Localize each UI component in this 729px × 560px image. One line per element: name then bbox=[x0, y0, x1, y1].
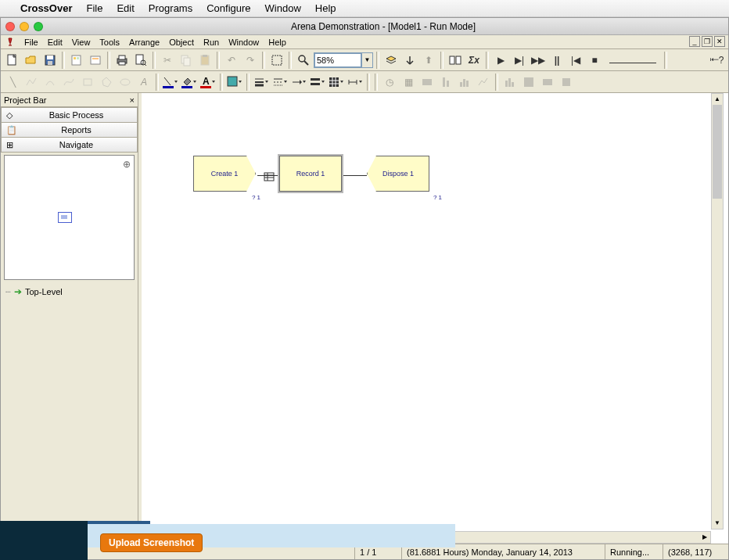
project-bar: Project Bar × ◇ Basic Process 📋 Reports … bbox=[1, 93, 138, 544]
add-view-icon[interactable]: ⊕ bbox=[123, 159, 131, 170]
mdi-restore[interactable]: ❐ bbox=[702, 36, 713, 47]
mdi-close[interactable]: ✕ bbox=[714, 36, 725, 47]
menu-edit[interactable]: Edit bbox=[48, 38, 63, 47]
line-style-icon[interactable] bbox=[271, 74, 289, 91]
menu-object[interactable]: Object bbox=[169, 38, 194, 47]
status-coords: (3268, 117) bbox=[663, 544, 728, 559]
scroll-down-icon[interactable]: ▼ bbox=[712, 518, 723, 529]
svg-rect-3 bbox=[48, 61, 52, 65]
separator bbox=[440, 52, 444, 69]
run-start-over-icon[interactable]: |◀ bbox=[567, 52, 584, 69]
tab-reports[interactable]: 📋 Reports bbox=[1, 122, 138, 138]
run-pause-icon[interactable]: || bbox=[548, 52, 566, 69]
template-icon[interactable] bbox=[68, 52, 85, 69]
menu-run[interactable]: Run bbox=[203, 38, 219, 47]
expression-icon[interactable]: Σx bbox=[465, 52, 483, 69]
module-dispose[interactable]: Dispose 1 ? 1 bbox=[367, 156, 429, 192]
separator bbox=[153, 52, 156, 69]
tab-label: Basic Process bbox=[20, 110, 132, 120]
submodel-icon[interactable] bbox=[401, 52, 418, 69]
svg-rect-37 bbox=[311, 78, 320, 81]
menu-view[interactable]: View bbox=[72, 38, 91, 47]
ellipse-icon bbox=[117, 74, 134, 91]
svg-text:A: A bbox=[203, 76, 210, 87]
mac-menu-programs[interactable]: Programs bbox=[149, 2, 192, 14]
fill-pattern-icon[interactable] bbox=[328, 74, 345, 91]
record-shape: Record 1 bbox=[279, 156, 342, 192]
svg-rect-10 bbox=[119, 62, 125, 65]
new-icon[interactable] bbox=[4, 52, 21, 69]
up-level-icon: ⬆ bbox=[420, 52, 437, 69]
dropdown-icon[interactable]: ▼ bbox=[361, 53, 372, 67]
line-color-icon[interactable] bbox=[162, 74, 179, 91]
minimap-viewport[interactable] bbox=[58, 212, 72, 223]
svg-line-20 bbox=[304, 61, 308, 65]
zoom-combo[interactable]: ▼ bbox=[314, 52, 373, 68]
context-help-icon[interactable]: ⭰? bbox=[708, 52, 725, 69]
mac-menu-edit[interactable]: Edit bbox=[117, 2, 134, 14]
menu-tools[interactable]: Tools bbox=[99, 38, 120, 47]
model-canvas[interactable]: Create 1 ? 1 Record 1 bbox=[138, 93, 728, 544]
minimize-button[interactable] bbox=[20, 22, 29, 31]
navigate-preview[interactable]: ⊕ bbox=[4, 155, 135, 280]
magnify-icon[interactable] bbox=[295, 52, 312, 69]
close-icon[interactable]: × bbox=[130, 95, 135, 105]
connector-2 bbox=[343, 175, 367, 176]
report-icon: 📋 bbox=[6, 125, 17, 135]
tab-basic-process[interactable]: ◇ Basic Process bbox=[1, 107, 138, 123]
run-go-icon[interactable]: ▶ bbox=[492, 52, 509, 69]
svg-rect-47 bbox=[508, 78, 511, 87]
mac-app-name[interactable]: CrossOver bbox=[20, 2, 72, 14]
vertical-scrollbar[interactable]: ▲ ▼ bbox=[711, 93, 724, 529]
arrow-style-icon[interactable] bbox=[290, 74, 307, 91]
close-button[interactable] bbox=[5, 22, 15, 31]
run-fastfwd-icon[interactable]: ▶▶ bbox=[530, 52, 547, 69]
show-dim-icon[interactable] bbox=[347, 74, 364, 91]
scroll-up-icon[interactable]: ▲ bbox=[712, 94, 723, 105]
mdi-minimize[interactable]: _ bbox=[689, 36, 700, 47]
separator bbox=[367, 74, 370, 91]
fill-color-icon[interactable] bbox=[181, 74, 198, 91]
mac-menu-help[interactable]: Help bbox=[315, 2, 336, 14]
layers-icon[interactable] bbox=[382, 52, 400, 69]
svg-rect-17 bbox=[203, 55, 207, 57]
window-title: Arena Demonstration - [Model1 - Run Mode… bbox=[43, 21, 724, 32]
separator bbox=[217, 52, 220, 69]
run-step-icon[interactable]: ▶| bbox=[511, 52, 528, 69]
mac-menu-file[interactable]: File bbox=[86, 2, 102, 14]
svg-rect-38 bbox=[311, 83, 320, 85]
print-icon[interactable] bbox=[113, 52, 131, 69]
svg-rect-40 bbox=[422, 79, 432, 85]
menu-file[interactable]: File bbox=[24, 38, 38, 47]
print-preview-icon[interactable] bbox=[132, 52, 149, 69]
tab-navigate[interactable]: ⊞ Navigate bbox=[1, 137, 138, 153]
mac-menu-window[interactable]: Window bbox=[265, 2, 301, 14]
module-create[interactable]: Create 1 ? 1 bbox=[193, 156, 256, 192]
mac-menu-configure[interactable]: Configure bbox=[206, 2, 250, 14]
line-pattern-icon[interactable] bbox=[309, 74, 326, 91]
zoom-input[interactable] bbox=[314, 53, 361, 67]
attach-icon[interactable] bbox=[87, 52, 104, 69]
upload-screenshot-button[interactable]: Upload Screenshot bbox=[100, 533, 203, 552]
svg-rect-49 bbox=[524, 77, 533, 87]
zoom-button[interactable] bbox=[34, 22, 43, 31]
open-icon[interactable] bbox=[23, 52, 40, 69]
run-stop-icon[interactable]: ■ bbox=[586, 52, 603, 69]
save-icon[interactable] bbox=[41, 52, 59, 69]
scroll-right-icon[interactable]: ▶ bbox=[699, 532, 710, 543]
menu-help[interactable]: Help bbox=[268, 38, 286, 47]
menu-arrange[interactable]: Arrange bbox=[129, 38, 160, 47]
line-width-icon[interactable] bbox=[253, 74, 270, 91]
scroll-thumb[interactable] bbox=[713, 105, 722, 199]
tree-item-toplevel[interactable]: ┄ ➔ Top-Level bbox=[5, 286, 133, 297]
speed-slider[interactable] bbox=[609, 57, 656, 63]
svg-rect-50 bbox=[543, 79, 552, 85]
svg-rect-25 bbox=[163, 86, 174, 88]
split-icon[interactable] bbox=[447, 52, 464, 69]
module-record[interactable]: Record 1 bbox=[279, 156, 342, 192]
page-background bbox=[0, 521, 88, 560]
region-icon[interactable] bbox=[268, 52, 285, 69]
text-color-icon[interactable]: A bbox=[199, 74, 217, 91]
menu-window[interactable]: Window bbox=[228, 38, 259, 47]
bg-color-icon[interactable] bbox=[226, 74, 243, 91]
